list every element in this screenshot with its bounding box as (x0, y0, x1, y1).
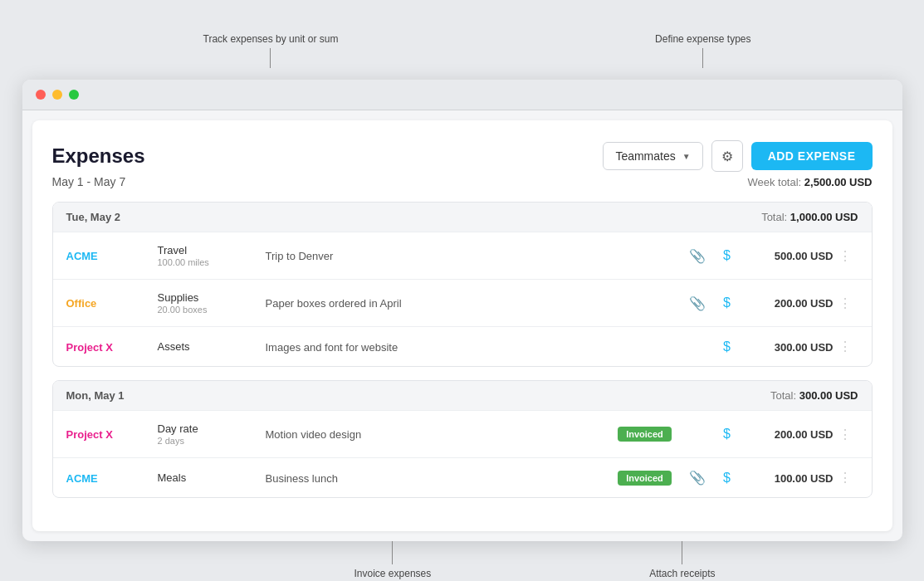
dollar-icon[interactable]: $ (723, 427, 731, 442)
day-label: Tue, May 2 (66, 211, 121, 223)
client-col: Office (66, 295, 158, 310)
app-window: Expenses Teammates ▼ ⚙ ADD EXPENSE May 1… (22, 80, 902, 541)
menu-col: ⋮ (834, 427, 858, 442)
type-name: Meals (158, 471, 266, 484)
client-col: ACME (66, 471, 158, 486)
table-row: Project X Day rate 2 days Motion video d… (53, 410, 872, 457)
amount-col: 100.00 USD (742, 471, 834, 486)
invoiced-badge: Invoiced (618, 427, 672, 442)
annotation-invoice-expenses: Invoice expenses (354, 568, 432, 579)
header-row: Expenses Teammates ▼ ⚙ ADD EXPENSE (52, 140, 873, 172)
type-col: Travel 100.00 miles (158, 244, 266, 267)
amount-value: 100.00 USD (775, 472, 834, 485)
paperclip-col: 📎 (682, 470, 712, 486)
window-minimize-dot[interactable] (52, 90, 62, 100)
main-content: Expenses Teammates ▼ ⚙ ADD EXPENSE May 1… (32, 120, 892, 531)
badge-col: Invoiced (608, 471, 682, 486)
paperclip-icon[interactable]: 📎 (689, 295, 706, 311)
type-name: Supplies (158, 291, 266, 304)
dollar-col: $ (712, 248, 742, 263)
header-actions: Teammates ▼ ⚙ ADD EXPENSE (603, 140, 872, 172)
menu-col: ⋮ (834, 248, 858, 264)
type-sub: 100.00 miles (158, 257, 266, 267)
settings-button[interactable]: ⚙ (711, 140, 743, 172)
client-link[interactable]: Project X (66, 341, 113, 354)
table-row: Office Supplies 20.00 boxes Paper boxes … (53, 279, 872, 326)
dollar-icon[interactable]: $ (723, 295, 731, 310)
desc-col: Images and font for website (266, 339, 608, 354)
desc-col: Motion video design (266, 427, 608, 442)
amount-value: 300.00 USD (775, 341, 834, 354)
client-col: Project X (66, 427, 158, 442)
paperclip-icon[interactable]: 📎 (689, 470, 706, 486)
day-total: Total: 1,000.00 USD (761, 211, 858, 223)
dollar-col: $ (712, 427, 742, 442)
row-menu-button[interactable]: ⋮ (838, 339, 853, 354)
day-group-mon-may-1: Mon, May 1 Total: 300.00 USD Project X D… (52, 380, 873, 498)
week-total: Week total: 2,500.00 USD (747, 176, 872, 188)
desc-col: Trip to Denver (266, 248, 608, 263)
type-col: Supplies 20.00 boxes (158, 291, 266, 315)
client-link[interactable]: ACME (66, 250, 98, 262)
day-total: Total: 300.00 USD (770, 389, 858, 402)
window-close-dot[interactable] (36, 90, 46, 100)
chevron-down-icon: ▼ (682, 152, 691, 161)
dollar-col: $ (712, 339, 742, 354)
menu-col: ⋮ (834, 295, 858, 311)
client-link[interactable]: Project X (66, 428, 113, 441)
day-header-tue-may-2: Tue, May 2 Total: 1,000.00 USD (53, 203, 872, 232)
teammates-label: Teammates (615, 149, 675, 163)
amount-col: 500.00 USD (742, 248, 834, 263)
menu-col: ⋮ (834, 470, 858, 486)
type-col: Meals (158, 471, 266, 484)
day-groups: Tue, May 2 Total: 1,000.00 USD ACME Trav… (52, 202, 873, 498)
day-group-tue-may-2: Tue, May 2 Total: 1,000.00 USD ACME Trav… (52, 202, 873, 367)
page-title: Expenses (52, 144, 145, 168)
row-menu-button[interactable]: ⋮ (838, 248, 853, 264)
table-row: ACME Meals Business lunch Invoiced 📎 $ 1… (53, 457, 872, 497)
amount-col: 200.00 USD (742, 427, 834, 442)
desc-col: Business lunch (266, 471, 608, 486)
row-menu-button[interactable]: ⋮ (838, 470, 853, 486)
amount-col: 200.00 USD (742, 295, 834, 310)
description: Motion video design (266, 428, 362, 441)
client-col: ACME (66, 248, 158, 263)
row-menu-button[interactable]: ⋮ (838, 427, 853, 442)
amount-value: 500.00 USD (775, 250, 834, 262)
type-sub: 20.00 boxes (158, 305, 266, 315)
table-row: Project X Assets Images and font for web… (53, 326, 872, 366)
badge-col: Invoiced (608, 427, 682, 442)
amount-value: 200.00 USD (775, 297, 834, 310)
type-name: Travel (158, 244, 266, 256)
desc-col: Paper boxes ordered in April (266, 295, 608, 310)
day-header-mon-may-1: Mon, May 1 Total: 300.00 USD (53, 381, 872, 410)
description: Paper boxes ordered in April (266, 297, 402, 310)
window-maximize-dot[interactable] (69, 90, 79, 100)
day-label: Mon, May 1 (66, 389, 125, 402)
type-col: Assets (158, 340, 266, 353)
week-total-value: 2,500.00 USD (804, 176, 873, 188)
dollar-icon[interactable]: $ (723, 248, 731, 263)
client-link[interactable]: Office (66, 297, 97, 310)
annotation-attach-receipts: Attach receipts (649, 568, 715, 579)
invoiced-badge: Invoiced (618, 471, 672, 486)
annotation-track-expenses: Track expenses by unit or sum (203, 33, 339, 45)
client-link[interactable]: ACME (66, 472, 98, 485)
annotation-define-types: Define expense types (655, 33, 750, 45)
type-col: Day rate 2 days (158, 422, 266, 446)
menu-col: ⋮ (834, 339, 858, 354)
paperclip-icon[interactable]: 📎 (689, 248, 706, 264)
description: Trip to Denver (266, 250, 334, 262)
date-range: May 1 - May 7 (52, 175, 126, 188)
dollar-col: $ (712, 295, 742, 310)
dollar-icon[interactable]: $ (723, 471, 731, 486)
paperclip-col: 📎 (682, 248, 712, 264)
description: Business lunch (266, 472, 338, 485)
amount-col: 300.00 USD (742, 339, 834, 354)
title-bar (22, 80, 902, 110)
teammates-button[interactable]: Teammates ▼ (603, 142, 702, 170)
dollar-icon[interactable]: $ (723, 339, 731, 354)
gear-icon: ⚙ (721, 149, 733, 164)
add-expense-button[interactable]: ADD EXPENSE (751, 142, 873, 170)
row-menu-button[interactable]: ⋮ (838, 295, 853, 311)
